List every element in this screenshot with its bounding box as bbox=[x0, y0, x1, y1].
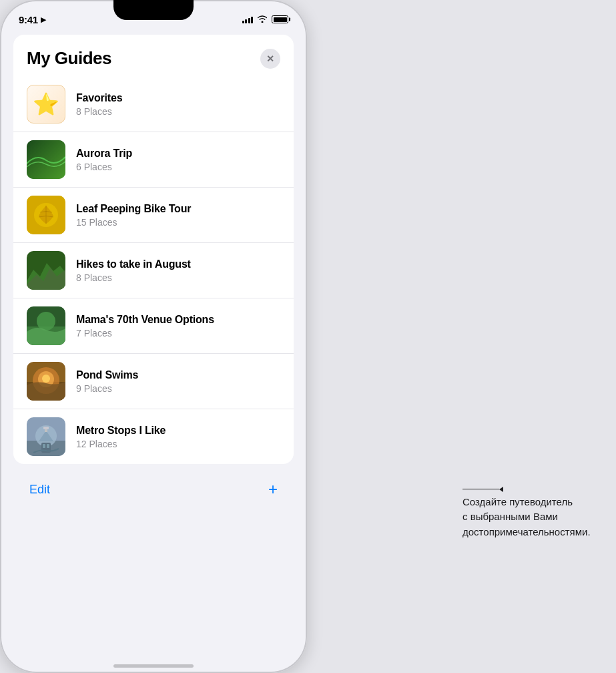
svg-rect-17 bbox=[47, 444, 49, 448]
guide-thumbnail-pond bbox=[27, 362, 65, 401]
guide-list: ⭐ Favorites 8 Places bbox=[13, 77, 294, 464]
guide-count-hikes: 8 Places bbox=[76, 272, 280, 283]
guide-thumbnail-hikes bbox=[27, 251, 65, 290]
add-button[interactable]: + bbox=[268, 481, 278, 497]
modal-title: My Guides bbox=[27, 48, 111, 69]
guide-name-leaf: Leaf Peeping Bike Tour bbox=[76, 203, 280, 215]
wifi-icon bbox=[257, 14, 268, 25]
guide-info-leaf: Leaf Peeping Bike Tour 15 Places bbox=[76, 203, 280, 228]
guide-count-leaf: 15 Places bbox=[76, 217, 280, 228]
battery-fill bbox=[274, 17, 287, 22]
guide-thumbnail-metro bbox=[27, 417, 65, 456]
home-indicator bbox=[113, 664, 194, 668]
guide-item-mama[interactable]: Mama's 70th Venue Options 7 Places bbox=[13, 298, 294, 354]
guide-info-metro: Metro Stops I Like 12 Places bbox=[76, 425, 280, 449]
battery-icon bbox=[272, 15, 288, 23]
guide-count-metro: 12 Places bbox=[76, 439, 280, 449]
guide-name-metro: Metro Stops I Like bbox=[76, 425, 280, 437]
guide-item-leaf[interactable]: Leaf Peeping Bike Tour 15 Places bbox=[13, 188, 294, 243]
annotation-line3: достопримечательностями. bbox=[463, 525, 591, 540]
signal-bar-1 bbox=[242, 21, 244, 23]
guide-count-aurora: 6 Places bbox=[76, 162, 280, 172]
annotation-line-group bbox=[463, 487, 503, 495]
guide-name-pond: Pond Swims bbox=[76, 369, 280, 381]
annotation-text: Создайте путеводитель с выбранными Вами … bbox=[463, 495, 591, 540]
guide-name-favorites: Favorites bbox=[76, 92, 280, 104]
guide-info-mama: Mama's 70th Venue Options 7 Places bbox=[76, 314, 280, 339]
guide-item-metro[interactable]: Metro Stops I Like 12 Places bbox=[13, 409, 294, 464]
location-icon: ▶ bbox=[41, 15, 46, 24]
guide-thumbnail-aurora bbox=[27, 140, 65, 179]
modal-sheet: My Guides ✕ ⭐ Favorites 8 Places bbox=[13, 35, 294, 464]
guide-count-pond: 9 Places bbox=[76, 383, 280, 394]
svg-point-6 bbox=[37, 312, 55, 330]
svg-rect-19 bbox=[43, 427, 49, 429]
annotation-line1: Создайте путеводитель bbox=[463, 495, 591, 510]
guide-item-aurora[interactable]: Aurora Trip 6 Places bbox=[13, 132, 294, 188]
signal-bar-3 bbox=[248, 18, 250, 23]
annotation-arrow bbox=[463, 487, 503, 492]
signal-bar-2 bbox=[245, 19, 247, 23]
edit-button[interactable]: Edit bbox=[29, 483, 50, 497]
annotation-area: Создайте путеводитель с выбранными Вами … bbox=[463, 487, 596, 540]
guide-item-hikes[interactable]: Hikes to take in August 8 Places bbox=[13, 243, 294, 298]
modal-header: My Guides ✕ bbox=[13, 35, 294, 77]
guide-item-favorites[interactable]: ⭐ Favorites 8 Places bbox=[13, 77, 294, 132]
guide-info-favorites: Favorites 8 Places bbox=[76, 92, 280, 117]
annotation-line2: с выбранными Вами bbox=[463, 509, 591, 525]
guide-info-hikes: Hikes to take in August 8 Places bbox=[76, 258, 280, 283]
status-time: 9:41 bbox=[19, 14, 38, 25]
guide-name-mama: Mama's 70th Venue Options bbox=[76, 314, 280, 326]
camera-notch bbox=[113, 0, 194, 20]
status-icons bbox=[242, 14, 289, 25]
arrow-head bbox=[499, 487, 503, 492]
guide-item-pond[interactable]: Pond Swims 9 Places bbox=[13, 354, 294, 409]
guide-thumbnail-favorites: ⭐ bbox=[27, 85, 65, 124]
guide-name-aurora: Aurora Trip bbox=[76, 148, 280, 160]
guide-count-favorites: 8 Places bbox=[76, 106, 280, 117]
guide-thumbnail-mama bbox=[27, 306, 65, 345]
phone-frame: 9:41 ▶ bbox=[0, 0, 307, 673]
content-area: My Guides ✕ ⭐ Favorites 8 Places bbox=[0, 29, 307, 673]
guide-info-aurora: Aurora Trip 6 Places bbox=[76, 148, 280, 172]
guide-thumbnail-leaf bbox=[27, 196, 65, 234]
close-button[interactable]: ✕ bbox=[260, 49, 280, 69]
signal-bars bbox=[242, 15, 254, 23]
arrow-line bbox=[463, 489, 499, 489]
star-icon: ⭐ bbox=[33, 91, 59, 117]
bottom-bar: Edit + bbox=[13, 472, 294, 507]
guide-name-hikes: Hikes to take in August bbox=[76, 258, 280, 270]
svg-point-11 bbox=[42, 375, 50, 383]
signal-bar-4 bbox=[251, 17, 253, 23]
svg-rect-16 bbox=[43, 444, 45, 448]
guide-info-pond: Pond Swims 9 Places bbox=[76, 369, 280, 394]
guide-count-mama: 7 Places bbox=[76, 328, 280, 339]
